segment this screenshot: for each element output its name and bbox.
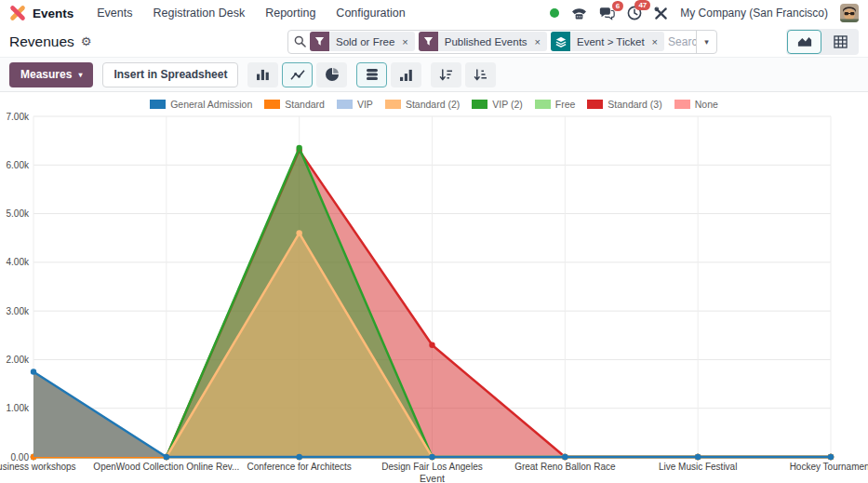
facet-label: Published Events bbox=[438, 32, 534, 51]
search-input[interactable] bbox=[668, 35, 696, 48]
svg-text:Design Fair Los Angeles: Design Fair Los Angeles bbox=[381, 462, 482, 472]
svg-text:Great Reno Ballon Race: Great Reno Ballon Race bbox=[514, 462, 616, 472]
graph-toolbar: Measures▾ Insert in Spreadsheet bbox=[0, 57, 868, 92]
facet-remove-icon[interactable]: × bbox=[401, 32, 414, 51]
svg-text:5.00k: 5.00k bbox=[7, 208, 30, 219]
revenue-chart: 0.001.00k2.00k3.00k4.00k5.00k6.00k7.00kB… bbox=[0, 92, 868, 483]
legend-label: Standard bbox=[285, 99, 325, 110]
group-by-icon bbox=[551, 32, 570, 51]
legend-swatch bbox=[674, 100, 690, 109]
legend-item[interactable]: Free bbox=[535, 99, 576, 110]
pie-chart-icon bbox=[326, 68, 339, 81]
measures-button[interactable]: Measures▾ bbox=[9, 62, 93, 87]
chart-legend: General AdmissionStandardVIPStandard (2)… bbox=[0, 99, 868, 110]
legend-item[interactable]: Standard (2) bbox=[385, 99, 460, 110]
legend-label: VIP (2) bbox=[492, 99, 522, 110]
bar-chart-button[interactable] bbox=[247, 62, 278, 87]
svg-text:7.00k: 7.00k bbox=[7, 112, 30, 122]
app-name[interactable]: Events bbox=[33, 7, 73, 20]
svg-text:Live Music Festival: Live Music Festival bbox=[659, 462, 737, 472]
control-panel: Revenues ⚙ Sold or Free×Published Events… bbox=[0, 26, 868, 57]
insert-in-spreadsheet-button[interactable]: Insert in Spreadsheet bbox=[102, 62, 238, 87]
page-title: Revenues bbox=[9, 34, 74, 50]
sort-ascending-button[interactable] bbox=[465, 62, 496, 87]
svg-text:3.00k: 3.00k bbox=[7, 306, 30, 316]
svg-text:Hockey Tournament: Hockey Tournament bbox=[790, 462, 868, 472]
sort-descending-icon bbox=[439, 69, 453, 81]
menu-item-events[interactable]: Events bbox=[87, 0, 142, 26]
legend-label: General Admission bbox=[170, 99, 252, 110]
cumulative-toggle-button[interactable] bbox=[391, 62, 421, 87]
line-chart-button[interactable] bbox=[282, 62, 313, 87]
chart-area: General AdmissionStandardVIPStandard (2)… bbox=[0, 92, 868, 483]
search-facet: Event > Ticket× bbox=[551, 32, 664, 51]
user-avatar[interactable] bbox=[840, 4, 859, 22]
legend-swatch bbox=[337, 100, 353, 109]
legend-swatch bbox=[150, 100, 166, 109]
filter-icon bbox=[310, 32, 329, 51]
online-status-icon[interactable] bbox=[550, 8, 559, 18]
activities-clock-icon[interactable]: 47 bbox=[627, 6, 642, 20]
filter-icon bbox=[419, 32, 438, 51]
svg-text:1.00k: 1.00k bbox=[7, 403, 30, 413]
facet-remove-icon[interactable]: × bbox=[651, 32, 664, 51]
search-facet: Sold or Free× bbox=[310, 32, 415, 51]
pie-chart-button[interactable] bbox=[316, 62, 347, 87]
svg-text:OpenWood Collection Online Rev: OpenWood Collection Online Rev... bbox=[93, 462, 239, 472]
legend-swatch bbox=[535, 100, 551, 109]
search-options-toggle[interactable]: ▾ bbox=[696, 31, 716, 53]
svg-text:4.00k: 4.00k bbox=[7, 257, 30, 267]
legend-label: VIP bbox=[357, 99, 373, 110]
view-switcher bbox=[786, 29, 859, 55]
search-facet: Published Events× bbox=[419, 32, 547, 51]
voip-phone-icon[interactable] bbox=[571, 7, 587, 20]
app-menubar: EventsRegistration DeskReportingConfigur… bbox=[87, 0, 415, 26]
debug-tools-icon[interactable] bbox=[654, 7, 668, 20]
search-bar: Sold or Free×Published Events×Event > Ti… bbox=[287, 30, 717, 54]
legend-label: Free bbox=[555, 99, 576, 110]
legend-item[interactable]: VIP (2) bbox=[472, 99, 522, 110]
svg-text:2.00k: 2.00k bbox=[7, 355, 30, 365]
facet-remove-icon[interactable]: × bbox=[534, 32, 547, 51]
pivot-view-button[interactable] bbox=[823, 30, 858, 54]
facet-label: Sold or Free bbox=[329, 32, 401, 51]
svg-text:Business workshops: Business workshops bbox=[0, 462, 76, 472]
line-chart-icon bbox=[290, 69, 305, 81]
sort-descending-button[interactable] bbox=[431, 62, 461, 87]
svg-text:6.00k: 6.00k bbox=[7, 160, 30, 170]
svg-text:0.00: 0.00 bbox=[11, 452, 30, 463]
bar-chart-icon bbox=[256, 69, 270, 81]
activities-badge: 47 bbox=[634, 0, 650, 10]
legend-swatch bbox=[385, 100, 401, 109]
legend-swatch bbox=[264, 100, 280, 109]
legend-swatch bbox=[472, 100, 487, 109]
search-icon bbox=[294, 35, 306, 47]
legend-label: Standard (2) bbox=[406, 99, 460, 110]
legend-label: Standard (3) bbox=[608, 99, 661, 110]
legend-item[interactable]: Standard bbox=[264, 99, 325, 110]
messages-icon[interactable]: 6 bbox=[599, 7, 615, 20]
top-navbar: Events EventsRegistration DeskReportingC… bbox=[0, 0, 868, 26]
legend-item[interactable]: None bbox=[674, 99, 718, 110]
messages-badge: 6 bbox=[612, 1, 623, 11]
stacked-icon bbox=[366, 68, 379, 81]
facet-label: Event > Ticket bbox=[570, 32, 651, 51]
sort-ascending-icon bbox=[474, 69, 487, 81]
chevron-down-icon: ▾ bbox=[78, 71, 82, 79]
svg-text:Conference for Architects: Conference for Architects bbox=[247, 462, 352, 472]
legend-item[interactable]: VIP bbox=[337, 99, 373, 110]
graph-view-button[interactable] bbox=[787, 30, 821, 54]
company-name[interactable]: My Company (San Francisco) bbox=[680, 7, 828, 20]
stacked-toggle-button[interactable] bbox=[356, 62, 387, 87]
view-settings-gear-icon[interactable]: ⚙ bbox=[81, 34, 92, 48]
legend-item[interactable]: General Admission bbox=[150, 99, 252, 110]
menu-item-configuration[interactable]: Configuration bbox=[326, 0, 415, 26]
menu-item-reporting[interactable]: Reporting bbox=[255, 0, 326, 26]
svg-text:Event: Event bbox=[420, 473, 445, 483]
odoo-apps-logo-icon[interactable] bbox=[9, 5, 26, 21]
cumulative-icon bbox=[399, 69, 413, 81]
menu-item-registration-desk[interactable]: Registration Desk bbox=[143, 0, 256, 26]
systray: 6 47 My Company (San Francisco) bbox=[550, 4, 859, 22]
legend-item[interactable]: Standard (3) bbox=[587, 99, 661, 110]
legend-swatch bbox=[587, 100, 603, 109]
